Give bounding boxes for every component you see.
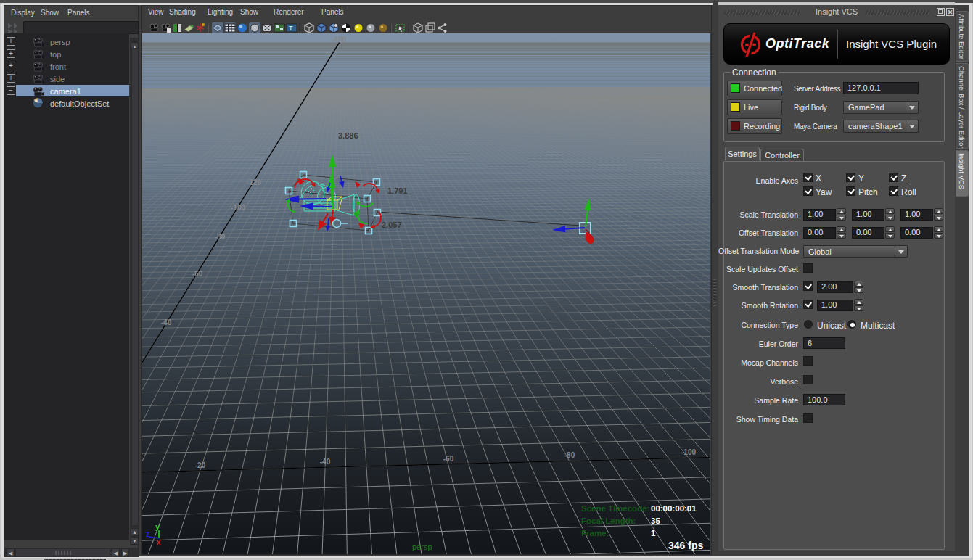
svg-text:-400: -400 [332, 36, 346, 44]
svg-text:-20: -20 [195, 461, 206, 469]
svg-text:persp: persp [412, 543, 432, 551]
svg-text:T: T [289, 25, 293, 32]
svg-text:-60: -60 [192, 270, 203, 278]
svg-text:-100: -100 [231, 204, 245, 212]
svg-text:-40: -40 [161, 318, 172, 326]
svg-text:-100: -100 [681, 448, 696, 456]
svg-text:-40: -40 [320, 458, 331, 466]
svg-text:y: y [155, 522, 160, 531]
svg-text:-60: -60 [443, 455, 454, 463]
svg-text:3.886: 3.886 [338, 131, 358, 140]
svg-text:1: 1 [651, 529, 656, 538]
svg-text:2.057: 2.057 [382, 221, 402, 229]
svg-text:Frame:: Frame: [581, 529, 609, 538]
svg-text:35: 35 [651, 516, 660, 525]
svg-text:-120: -120 [247, 178, 261, 186]
svg-text:z: z [146, 530, 149, 538]
svg-text:Scene Timecode:: Scene Timecode: [581, 504, 649, 513]
svg-text:-80: -80 [564, 451, 575, 459]
svg-text:1.791: 1.791 [387, 186, 408, 195]
svg-text:Focal Length:: Focal Length: [581, 516, 636, 525]
svg-text:-80: -80 [215, 233, 226, 241]
svg-text:x: x [157, 538, 161, 546]
svg-text:346 fps: 346 fps [668, 540, 703, 551]
svg-text:00:00:00:01: 00:00:00:01 [651, 504, 697, 513]
